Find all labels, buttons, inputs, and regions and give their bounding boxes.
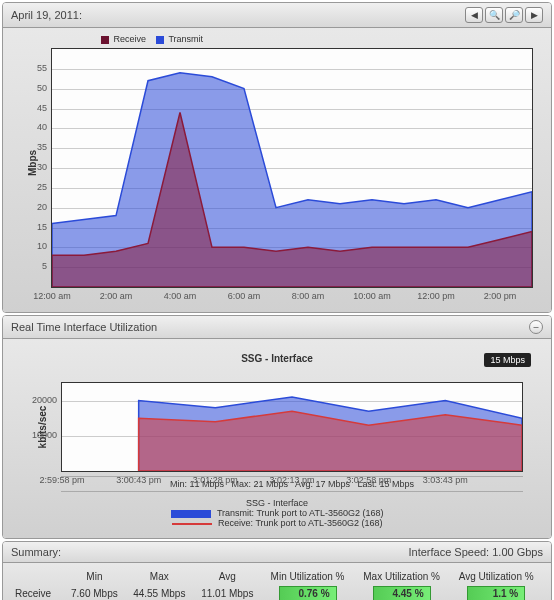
summary-header-label: Summary:: [11, 546, 61, 558]
interface-speed-label: Interface Speed: 1.00 Gbps: [408, 546, 543, 558]
header-toolbar: ◀ 🔍 🔎 ▶: [465, 7, 543, 23]
legend-receive-label: Receive: [114, 34, 147, 44]
reset-zoom-button[interactable]: 🔎: [505, 7, 523, 23]
next-button[interactable]: ▶: [525, 7, 543, 23]
realtime-header-label: Real Time Interface Utilization: [11, 321, 157, 333]
realtime-header: Real Time Interface Utilization –: [3, 316, 551, 339]
realtime-title: SSG - Interface: [11, 353, 543, 364]
realtime-legend-receive: Receive: Trunk port to ATL-3560G2 (168): [218, 518, 382, 528]
main-panel-header: April 19, 2011: ◀ 🔍 🔎 ▶: [3, 3, 551, 28]
realtime-legend: SSG - Interface Transmit: Trunk port to …: [11, 492, 543, 534]
realtime-chart: kbits/sec 2:59:58 pm3:00:43 pm3:01:28 pm…: [61, 382, 523, 472]
legend-transmit-label: Transmit: [168, 34, 203, 44]
summary-table: MinMaxAvgMin Utilization %Max Utilizatio…: [11, 569, 543, 600]
main-chart-panel: April 19, 2011: ◀ 🔍 🔎 ▶ Receive Transmit…: [2, 2, 552, 313]
collapse-button[interactable]: –: [529, 320, 543, 334]
main-plot-area: 12:00 am2:00 am4:00 am6:00 am8:00 am10:0…: [51, 48, 533, 288]
realtime-legend-transmit: Transmit: Trunk port to ATL-3560G2 (168): [217, 508, 384, 518]
date-label: April 19, 2011:: [11, 9, 82, 21]
main-chart-body: Receive Transmit Mbps 12:00 am2:00 am4:0…: [3, 28, 551, 312]
realtime-chart-body: SSG - Interface 15 Mbps kbits/sec 2:59:5…: [3, 339, 551, 538]
summary-panel: Summary: Interface Speed: 1.00 Gbps MinM…: [2, 541, 552, 600]
main-chart: Receive Transmit Mbps 12:00 am2:00 am4:0…: [51, 38, 533, 288]
realtime-legend-caption: SSG - Interface: [17, 498, 537, 508]
summary-header: Summary: Interface Speed: 1.00 Gbps: [3, 542, 551, 563]
receive-swatch-icon: [172, 523, 212, 525]
zoom-button[interactable]: 🔍: [485, 7, 503, 23]
receive-swatch: [101, 36, 109, 44]
realtime-plot-area: 2:59:58 pm3:00:43 pm3:01:28 pm3:02:13 pm…: [61, 382, 523, 472]
realtime-badge: 15 Mbps: [484, 353, 531, 367]
summary-header-row: MinMaxAvgMin Utilization %Max Utilizatio…: [11, 569, 543, 584]
transmit-swatch: [156, 36, 164, 44]
transmit-swatch-icon: [171, 510, 211, 518]
realtime-panel: Real Time Interface Utilization – SSG - …: [2, 315, 552, 539]
realtime-ylabel: kbits/sec: [37, 406, 48, 449]
summary-body: MinMaxAvgMin Utilization %Max Utilizatio…: [3, 563, 551, 600]
table-row: Receive 7.60 Mbps 44.55 Mbps 11.01 Mbps …: [11, 584, 543, 600]
prev-button[interactable]: ◀: [465, 7, 483, 23]
main-legend: Receive Transmit: [101, 34, 203, 44]
